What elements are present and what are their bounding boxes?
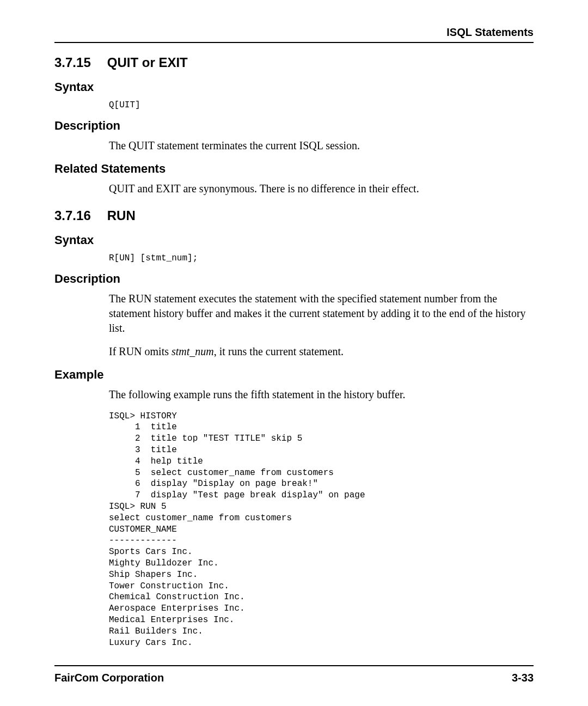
footer-company: FairCom Corporation [54,672,164,684]
syntax-heading: Syntax [54,80,534,94]
example-heading: Example [54,368,534,382]
section-title: RUN [107,208,136,223]
example-code: ISQL> HISTORY 1 title 2 title top "TEST … [109,411,534,649]
footer-page-number: 3-33 [512,672,534,684]
description-text-quit: The QUIT statement terminates the curren… [109,138,534,153]
header-divider [54,42,534,43]
footer-divider [54,665,534,666]
description-text-run-1: The RUN statement executes the statement… [109,291,534,336]
syntax-code-run: R[UN] [stmt_num]; [109,253,534,264]
footer-row: FairCom Corporation 3-33 [54,672,534,684]
section-heading-quit: 3.7.15QUIT or EXIT [54,55,534,70]
section-title: QUIT or EXIT [107,55,188,70]
description-text-run-2: If RUN omits stmt_num, it runs the curre… [109,344,534,359]
description-heading: Description [54,272,534,286]
page: ISQL Statements 3.7.15QUIT or EXIT Synta… [0,0,588,706]
desc2-italic: stmt_num [171,345,214,357]
page-header: ISQL Statements [54,26,534,39]
section-number: 3.7.15 [54,55,91,70]
example-intro: The following example runs the fifth sta… [109,387,534,402]
desc2-suffix: , it runs the current statement. [214,345,344,357]
desc2-prefix: If RUN omits [109,345,171,357]
related-text: QUIT and EXIT are synonymous. There is n… [109,181,534,196]
section-number: 3.7.16 [54,208,91,223]
description-heading: Description [54,119,534,133]
syntax-heading: Syntax [54,233,534,247]
syntax-code-quit: Q[UIT] [109,100,534,111]
section-heading-run: 3.7.16RUN [54,208,534,223]
related-heading: Related Statements [54,162,534,176]
header-title: ISQL Statements [446,26,534,38]
page-footer: FairCom Corporation 3-33 [54,665,534,684]
